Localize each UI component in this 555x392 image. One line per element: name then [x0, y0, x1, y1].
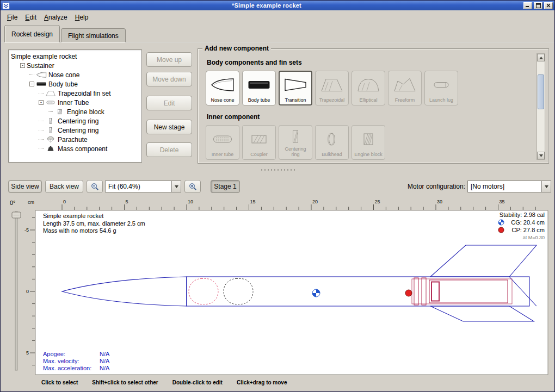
back-view-button[interactable]: Back view: [45, 180, 83, 193]
motor-configuration-value: [No motors]: [467, 181, 541, 192]
tree-item-label: Engine block: [67, 108, 104, 116]
engine-block-icon: [54, 108, 65, 115]
component-button-row: Inner tubeCouplerCentering ringBulkheadE…: [206, 125, 541, 160]
tree-item-label: Centering ring: [58, 117, 98, 125]
centering-ring-icon: [283, 128, 308, 145]
flight-stat-label: Max. velocity:: [43, 358, 79, 364]
trapezoidal-fin-icon: [319, 74, 344, 96]
svg-text:10: 10: [188, 199, 193, 204]
component-label: Body tube: [248, 97, 270, 103]
coupler-icon: [246, 128, 272, 150]
horizontal-ruler: 05101520253035cm: [28, 199, 535, 210]
chevron-down-icon[interactable]: [171, 181, 181, 192]
engine-block-icon: [356, 128, 381, 150]
application-window: { "window": { "title": "*Simple example …: [0, 0, 555, 392]
tree-connector: [39, 148, 44, 149]
add-body-tube-button[interactable]: Body tube: [242, 71, 276, 105]
tree-connector: [29, 74, 34, 75]
zoom-in-button[interactable]: [184, 180, 201, 193]
svg-text:20: 20: [312, 199, 318, 204]
nose-cone-icon: [36, 71, 47, 78]
titlebar: *Simple example rocket: [1, 1, 554, 10]
tree-item-parachute[interactable]: Parachute: [9, 135, 141, 144]
tree-item-nose-cone[interactable]: Nose cone: [9, 70, 141, 79]
add-coupler-button: Coupler: [242, 125, 276, 160]
zoom-select[interactable]: Fit (60.4%): [105, 181, 181, 192]
section-label-inner-component: Inner component: [207, 113, 540, 121]
component-button-row: Nose coneBody tubeTransitionTrapezoidalE…: [206, 71, 541, 105]
add-component-panel: Add new component Body components and fi…: [198, 48, 549, 164]
tab-rocket-design[interactable]: Rocket design: [4, 25, 60, 42]
tree-item-label: Simple example rocket: [11, 53, 77, 60]
tree-item-inner-tube[interactable]: -Inner Tube: [9, 98, 141, 107]
maximize-button[interactable]: [534, 2, 542, 9]
chevron-down-icon[interactable]: [541, 181, 551, 192]
rocket-drawing-area[interactable]: [35, 210, 548, 375]
zoom-in-icon: [185, 183, 200, 191]
status-hint: Click to select: [41, 379, 78, 385]
cp-marker[interactable]: [405, 290, 412, 296]
splitter-dots: [260, 169, 295, 171]
expander-icon[interactable]: -: [20, 63, 25, 68]
tree-item-centering-ring[interactable]: Centering ring: [9, 126, 141, 135]
tree-item-mass-component[interactable]: Mass component: [9, 144, 141, 153]
add-freeform-button: Freeform: [388, 71, 422, 105]
rocket-info-line-2: Mass with no motors 54.6 g: [43, 227, 116, 234]
component-label: Coupler: [250, 152, 268, 157]
bulkhead-icon: [319, 128, 344, 150]
tree-item-simple-example-rocket[interactable]: Simple example rocket: [9, 52, 141, 61]
tree-item-sustainer[interactable]: -Sustainer: [9, 61, 141, 70]
tree-item-engine-block[interactable]: Engine block: [9, 107, 141, 116]
tree-item-body-tube[interactable]: -Body tube: [9, 79, 141, 89]
scrollbar[interactable]: [536, 53, 545, 160]
motor-configuration-select[interactable]: [No motors]: [467, 181, 551, 192]
expander-icon[interactable]: -: [29, 82, 34, 86]
delete-button: Delete: [146, 142, 192, 157]
centering-ring-icon: [45, 127, 56, 134]
tree-connector: [48, 111, 53, 112]
tree-connector: [39, 139, 44, 140]
minimize-button[interactable]: [523, 2, 532, 9]
zoom-value: Fit (60.4%): [105, 181, 171, 192]
flight-stat-value: N/A: [100, 351, 110, 357]
add-trapezoidal-button: Trapezoidal: [315, 71, 349, 105]
new-stage-button[interactable]: New stage: [146, 120, 192, 134]
menu-analyze[interactable]: Analyze: [40, 12, 71, 23]
inner-tube-icon: [210, 128, 235, 150]
scroll-down-icon[interactable]: [537, 152, 545, 159]
side-view-button[interactable]: Side view: [8, 180, 42, 193]
add-transition-button[interactable]: Transition: [279, 71, 312, 105]
status-hint: Click+drag to move: [237, 379, 287, 385]
svg-text:0: 0: [63, 199, 66, 204]
status-bar: Click to selectShift+click to select oth…: [41, 379, 550, 385]
status-hint: Shift+click to select other: [92, 379, 158, 385]
rocket-view-canvas[interactable]: 05101520253035cm-5050°Simple example roc…: [8, 197, 549, 377]
close-button[interactable]: [544, 2, 553, 9]
flight-stat-label: Max. acceleration:: [43, 365, 91, 371]
parachute-icon: [45, 136, 56, 143]
menu-file[interactable]: File: [3, 12, 21, 23]
add-inner-tube-button: Inner tube: [206, 125, 239, 160]
tree-connector: [39, 130, 44, 130]
add-engine-block-button: Engine block: [351, 125, 385, 160]
add-elliptical-button: Elliptical: [351, 71, 385, 105]
add-centering-ring-button: Centering ring: [279, 125, 312, 160]
add-launch-lug-button: Launch lug: [424, 71, 458, 105]
expander-icon[interactable]: -: [39, 100, 44, 105]
zoom-out-button[interactable]: [87, 180, 103, 193]
rotation-slider[interactable]: [12, 211, 21, 370]
splitter-handle[interactable]: [1, 167, 554, 172]
tree-item-trapezoidal-fin-set[interactable]: Trapezoidal fin set: [9, 89, 141, 98]
tree-connector: [39, 121, 44, 121]
component-tree[interactable]: Simple example rocket-SustainerNose cone…: [8, 49, 142, 163]
cg-marker[interactable]: [312, 289, 320, 297]
scrollbar-thumb[interactable]: [538, 74, 544, 109]
tree-item-centering-ring[interactable]: Centering ring: [9, 116, 141, 126]
stage-1-toggle[interactable]: Stage 1: [211, 180, 240, 193]
add-nose-cone-button[interactable]: Nose cone: [206, 71, 239, 105]
menu-edit[interactable]: Edit: [21, 12, 40, 23]
scroll-up-icon[interactable]: [537, 54, 545, 61]
mach-text: at M=0.30: [523, 235, 545, 240]
menu-help[interactable]: Help: [71, 12, 92, 23]
tab-flight-simulations[interactable]: Flight simulations: [61, 28, 126, 42]
